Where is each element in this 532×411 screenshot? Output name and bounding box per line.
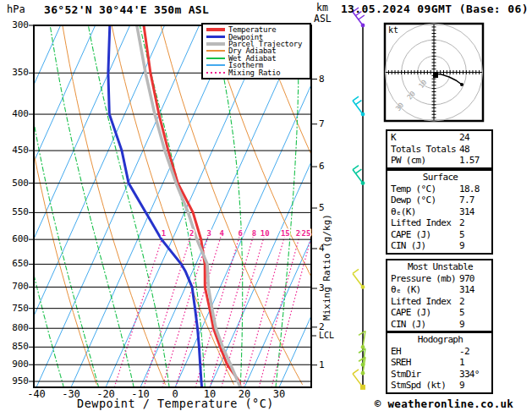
wet-adiabat-line xyxy=(50,25,134,388)
temp-tick-label: 0 xyxy=(161,388,189,400)
temp-tick-label: 20 xyxy=(230,388,259,400)
isotherm-line xyxy=(36,25,200,387)
km-tick-label: 8 xyxy=(319,74,325,85)
wind-barb xyxy=(359,331,365,348)
table-row: CAPE (J)5 xyxy=(391,307,490,319)
table-row-label: StmSpd (kt) xyxy=(391,380,459,392)
mixing-ratio-line xyxy=(210,232,255,387)
pressure-axis-unit: hPa xyxy=(7,3,25,15)
table-row-value: 5 xyxy=(459,307,490,319)
legend-swatch-thin xyxy=(206,58,225,59)
table-row: Temp (°C)18.8 xyxy=(391,184,490,195)
table-row-value: 334° xyxy=(459,369,490,381)
pressure-tick-label: 500 xyxy=(5,178,29,189)
km-tick-label: 2 xyxy=(319,321,325,332)
table-row-label: EH xyxy=(391,346,459,358)
temp-tick-label: -20 xyxy=(91,388,120,400)
temp-tick-label: -10 xyxy=(126,388,155,400)
legend-item-label: Mixing Ratio xyxy=(228,68,280,77)
legend-swatch-thin xyxy=(206,64,225,66)
table-row-value: 314 xyxy=(459,206,490,218)
hodograph-trace-end xyxy=(460,83,463,86)
table-row-value: 7.7 xyxy=(459,195,490,206)
table-row-value: 48 xyxy=(459,144,490,156)
table-row-value: 2 xyxy=(459,217,490,229)
table-row-value: 5 xyxy=(459,229,490,241)
table-row: Dewp (°C)7.7 xyxy=(391,195,490,206)
table-row-value: 18.8 xyxy=(459,184,490,195)
table-row-label: CIN (J) xyxy=(391,240,459,252)
pressure-tick-label: 400 xyxy=(5,108,29,119)
mixing-ratio-line xyxy=(271,232,313,387)
table-header: Surface xyxy=(391,172,490,184)
table-row: SREH1 xyxy=(391,357,490,369)
km-axis-unit: km xyxy=(316,2,328,14)
km-tick-label: 1 xyxy=(319,359,325,370)
temp-tick-label: -40 xyxy=(22,388,51,400)
hodograph-unit-label: kt xyxy=(388,25,398,35)
mixing-ratio-label: 8 xyxy=(252,229,256,238)
mixing-ratio-axis-title: Mixing Ratio (g/kg) xyxy=(321,214,332,321)
table-row: CAPE (J)5 xyxy=(391,229,490,241)
dry-adiabat-line xyxy=(63,25,166,385)
plot-border xyxy=(34,25,311,387)
table-row-value: -2 xyxy=(459,346,490,358)
legend-item: Mixing Ratio xyxy=(205,68,310,75)
table-row-label: θₑ (K) xyxy=(391,284,459,296)
legend-swatch-thick xyxy=(206,42,225,46)
table-row-label: Lifted Index xyxy=(391,217,459,229)
table-row-label: CAPE (J) xyxy=(391,307,459,319)
km-tick-label: 3 xyxy=(319,282,325,293)
table-row: Pressure (mb)970 xyxy=(391,273,490,285)
table-row: θₑ (K)314 xyxy=(391,284,490,296)
km-tick-label: 5 xyxy=(319,202,325,213)
table-row-label: Lifted Index xyxy=(391,296,459,308)
pressure-tick-label: 350 xyxy=(5,67,29,78)
pressure-tick-label: 600 xyxy=(5,233,29,244)
mixing-ratio-label: 2 xyxy=(189,229,194,238)
mixing-ratio-label: 10 xyxy=(261,229,270,238)
mixing-ratio-label: 25 xyxy=(302,229,311,238)
mixing-ratio-label: 3 xyxy=(206,229,211,238)
dewpoint-curve xyxy=(108,25,202,387)
table-row: PW (cm)1.57 xyxy=(391,155,490,167)
wet-adiabat-line xyxy=(88,25,169,388)
table-row-label: θₑ(K) xyxy=(391,206,459,218)
pressure-tick-label: 700 xyxy=(5,281,29,292)
hodograph: 102030 xyxy=(385,24,483,121)
km-tick-label: 7 xyxy=(319,118,325,129)
table-row-value: 9 xyxy=(459,380,490,392)
table-header: Most Unstable xyxy=(391,261,490,273)
sounding-screenshot: 12346810152025102030 hPa 36°52'N 30°44'E… xyxy=(0,0,532,411)
km-tick-label: 4 xyxy=(319,243,325,254)
table-row: θₑ(K)314 xyxy=(391,206,490,218)
isotherm-line xyxy=(175,25,338,387)
table-row-label: Pressure (mb) xyxy=(391,273,459,285)
index-table-most-unstable: Most UnstablePressure (mb)970θₑ (K)314Li… xyxy=(386,259,493,332)
table-row-label: K xyxy=(391,132,459,144)
index-table-surface: SurfaceTemp (°C)18.8Dewp (°C)7.7θₑ(K)314… xyxy=(386,169,493,255)
table-row: CIN (J)9 xyxy=(391,240,490,252)
table-row: StmSpd (kt)9 xyxy=(391,380,490,392)
temp-tick-label: 10 xyxy=(195,388,224,400)
isotherm-line xyxy=(210,25,373,387)
pressure-tick-label: 650 xyxy=(5,258,29,269)
table-row: EH-2 xyxy=(391,346,490,358)
pressure-tick-label: 900 xyxy=(5,359,29,370)
pressure-tick-label: 550 xyxy=(5,206,29,217)
table-row: CIN (J)9 xyxy=(391,319,490,331)
table-row-value: 1.57 xyxy=(459,155,490,167)
pressure-tick-label: 800 xyxy=(5,322,29,333)
mixing-ratio-line xyxy=(144,232,192,387)
pressure-tick-label: 850 xyxy=(5,341,29,352)
pressure-tick-label: 750 xyxy=(5,303,29,314)
wet-adiabat-line xyxy=(19,25,98,388)
table-row-value: 314 xyxy=(459,284,490,296)
table-row-value: 9 xyxy=(459,240,490,252)
table-row: StmDir334° xyxy=(391,369,490,381)
storm-motion-marker xyxy=(433,73,438,78)
pressure-tick-label: 450 xyxy=(5,145,29,156)
legend-swatch-thin xyxy=(206,50,225,52)
legend: TemperatureDewpointParcel TrajectoryDry … xyxy=(201,23,311,79)
sounding-curves xyxy=(108,25,240,387)
